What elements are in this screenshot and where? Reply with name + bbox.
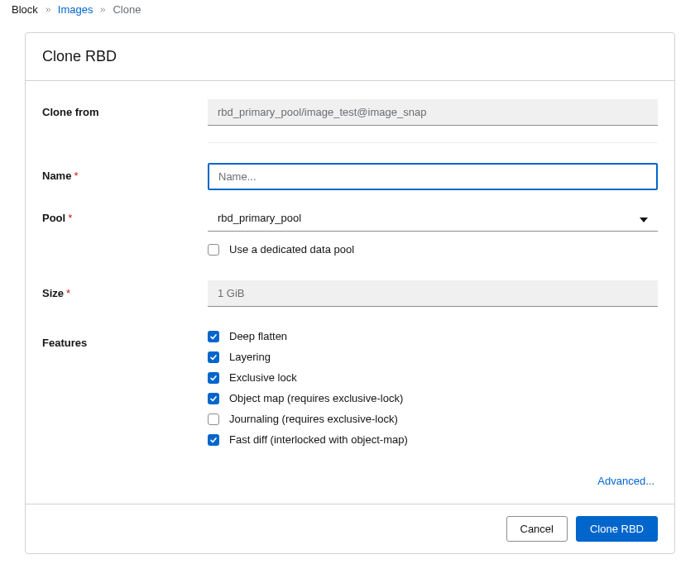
feature-label[interactable]: Exclusive lock — [229, 371, 297, 384]
required-icon: * — [74, 170, 78, 182]
feature-label[interactable]: Layering — [229, 351, 271, 363]
name-input[interactable] — [208, 163, 658, 190]
clone-rbd-button[interactable]: Clone RBD — [576, 516, 658, 542]
divider — [208, 142, 658, 143]
chevron-right-icon — [45, 5, 51, 15]
feature-checkbox[interactable] — [208, 414, 219, 425]
features-label: Features — [42, 330, 208, 349]
advanced-link[interactable]: Advanced... — [597, 475, 654, 487]
size-input — [208, 280, 658, 307]
feature-checkbox[interactable] — [208, 434, 219, 446]
feature-checkbox[interactable] — [208, 393, 219, 404]
breadcrumb-block[interactable]: Block — [12, 3, 38, 16]
clone-from-input — [208, 99, 658, 126]
form-footer: Cancel Clone RBD — [26, 504, 674, 553]
feature-checkbox[interactable] — [208, 351, 219, 363]
pool-label: Pool* — [42, 205, 208, 224]
cancel-button[interactable]: Cancel — [506, 516, 568, 542]
dedicated-pool-checkbox[interactable] — [208, 244, 219, 256]
clone-rbd-card: Clone RBD Clone from Name* Pool* — [25, 32, 675, 554]
pool-select[interactable]: rbd_primary_pool — [208, 205, 658, 232]
breadcrumb-clone: Clone — [113, 3, 141, 16]
form-body: Clone from Name* Pool* rbd_primary_pool — [26, 81, 674, 504]
feature-checkbox[interactable] — [208, 372, 219, 384]
clone-from-label: Clone from — [42, 99, 208, 118]
page-title: Clone RBD — [26, 33, 674, 81]
chevron-right-icon — [99, 5, 106, 15]
required-icon: * — [66, 287, 70, 299]
size-label: Size* — [42, 280, 208, 299]
breadcrumb-images[interactable]: Images — [58, 3, 93, 16]
dedicated-pool-label[interactable]: Use a dedicated data pool — [229, 243, 354, 256]
feature-label[interactable]: Object map (requires exclusive-lock) — [229, 392, 403, 404]
feature-label[interactable]: Deep flatten — [229, 330, 287, 342]
feature-label[interactable]: Journaling (requires exclusive-lock) — [229, 413, 398, 425]
name-label: Name* — [42, 163, 208, 182]
breadcrumb: Block Images Clone — [8, 3, 692, 16]
feature-label[interactable]: Fast diff (interlocked with object-map) — [229, 433, 408, 446]
feature-checkbox[interactable] — [208, 331, 219, 342]
required-icon: * — [68, 212, 72, 224]
